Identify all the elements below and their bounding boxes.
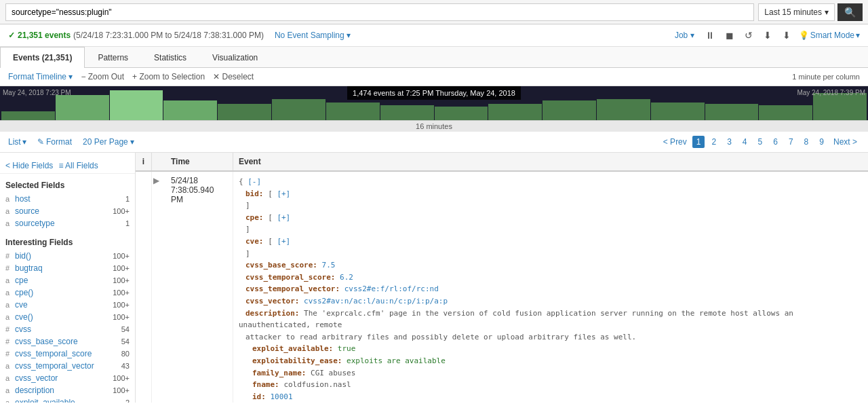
zoom-selection-btn[interactable]: + Zoom to Selection	[132, 72, 205, 81]
timeline-bar-14[interactable]	[759, 105, 812, 120]
field-count-description: 100+	[113, 386, 130, 394]
page-4[interactable]: 4	[738, 136, 751, 148]
field-count-cvss-vector: 100+	[113, 374, 130, 382]
field-count-cpe: 100+	[113, 276, 130, 284]
field-type-sourcetype: a	[5, 219, 12, 227]
per-page-button[interactable]: 20 Per Page ▾	[83, 137, 134, 147]
search-input[interactable]	[5, 3, 754, 21]
timeline-bar-7[interactable]	[380, 105, 434, 120]
search-button[interactable]: 🔍	[837, 3, 863, 21]
interesting-fields-title: Interesting Fields	[0, 235, 135, 250]
stop-button[interactable]: ◼	[723, 29, 736, 42]
field-cvss[interactable]: # cvss 54	[0, 323, 135, 335]
tab-events[interactable]: Events (21,351)	[0, 47, 85, 68]
save-button[interactable]: ⬇	[761, 29, 774, 42]
page-2[interactable]: 2	[707, 136, 720, 148]
field-name-host: host	[15, 194, 123, 204]
timeline-bar-6[interactable]	[326, 103, 380, 120]
field-sourcetype[interactable]: a sourcetype 1	[0, 217, 135, 229]
timeline-bar-13[interactable]	[705, 104, 759, 120]
format-timeline-link[interactable]: Format Timeline ▾	[8, 72, 73, 81]
page-5[interactable]: 5	[754, 136, 767, 148]
row-expand-button[interactable]: ▶	[152, 172, 165, 403]
field-exploit-available[interactable]: a exploit_available 2	[0, 396, 135, 403]
timeline-bar-0[interactable]	[1, 111, 55, 120]
timeline-bar-12[interactable]	[651, 103, 705, 120]
timeline-bar-4[interactable]	[218, 104, 271, 120]
field-cve[interactable]: a cve 100+	[0, 299, 135, 311]
field-bugtraq[interactable]: # bugtraq 100+	[0, 262, 135, 274]
timeline-bar-10[interactable]	[542, 100, 596, 120]
export-button[interactable]: ⬇	[780, 29, 793, 42]
time-picker[interactable]: Last 15 minutes ▾	[758, 3, 835, 21]
timeline-bar-2[interactable]	[110, 90, 163, 120]
format-button[interactable]: ✎ Format	[37, 137, 72, 147]
row-time: 5/24/18 7:38:05.940 PM	[165, 172, 233, 403]
field-count-cvss-temporal-vector: 43	[121, 362, 130, 370]
page-1[interactable]: 1	[692, 136, 705, 148]
field-cve-func[interactable]: a cve() 100+	[0, 311, 135, 323]
field-name-cvss-temporal-vector: cvss_temporal_vector	[15, 361, 119, 371]
field-description[interactable]: a description 100+	[0, 384, 135, 396]
timeline-label-right: May 24, 2018 7:39 PM	[797, 89, 865, 96]
timeline-area: May 24, 2018 7:23 PM May 24, 2018 7:39 P…	[0, 86, 868, 132]
tab-statistics[interactable]: Statistics	[141, 47, 199, 68]
col-time-header: Time	[165, 153, 233, 170]
tab-visualization[interactable]: Visualization	[199, 47, 271, 68]
zoom-out-btn[interactable]: − Zoom Out	[81, 72, 124, 81]
field-cvss-vector[interactable]: a cvss_vector 100+	[0, 372, 135, 384]
field-bid[interactable]: # bid() 100+	[0, 250, 135, 262]
field-name-bugtraq: bugtraq	[15, 263, 110, 273]
timeline-bar-3[interactable]	[163, 100, 217, 120]
page-7[interactable]: 7	[785, 136, 797, 148]
field-cpe[interactable]: a cpe 100+	[0, 274, 135, 286]
field-count-cvss: 54	[121, 325, 130, 333]
time-picker-chevron: ▾	[825, 7, 829, 17]
all-fields-button[interactable]: ≡ All Fields	[58, 161, 98, 170]
smart-mode-button[interactable]: 💡 Smart Mode ▾	[799, 31, 860, 40]
event-count: 21,351 events	[18, 31, 71, 40]
field-count-bugtraq: 100+	[113, 264, 130, 272]
next-button[interactable]: Next >	[831, 136, 860, 148]
deselect-btn[interactable]: ✕ Deselect	[213, 72, 254, 81]
field-name-cvss-vector: cvss_vector	[15, 373, 110, 383]
field-name-bid: bid()	[15, 251, 110, 261]
refresh-button[interactable]: ↺	[742, 29, 755, 42]
list-controls: List ▾ ✎ Format 20 Per Page ▾ < Prev 1 2…	[0, 132, 868, 153]
events-table: i Time Event ▶ 5/24/18 7:38:05.940 PM { …	[136, 153, 868, 403]
field-cvss-temporal[interactable]: # cvss_temporal_score 80	[0, 348, 135, 360]
timeline-bar-8[interactable]	[435, 107, 488, 120]
hide-fields-button[interactable]: < Hide Fields	[5, 161, 53, 170]
field-count-cvss-temporal: 80	[121, 350, 130, 358]
field-source[interactable]: a source 100+	[0, 205, 135, 217]
per-column-label: 1 minute per column	[792, 73, 860, 81]
no-sampling-link[interactable]: No Event Sampling ▾	[275, 31, 351, 40]
time-picker-label: Last 15 minutes	[764, 7, 822, 17]
timeline-bar-11[interactable]	[597, 99, 650, 120]
page-8[interactable]: 8	[800, 136, 813, 148]
timeline-bar-5[interactable]	[272, 99, 326, 120]
field-type-source: a	[5, 207, 12, 215]
field-count-cve-func: 100+	[113, 313, 130, 321]
list-button[interactable]: List ▾	[8, 137, 26, 147]
page-3[interactable]: 3	[723, 136, 736, 148]
row-event-content: { [-] bid: [ [+] ] cpe: [ [+] ] cve: [ […	[233, 172, 868, 403]
field-host[interactable]: a host 1	[0, 193, 135, 205]
field-name-cvss-temporal: cvss_temporal_score	[15, 349, 119, 358]
timeline-bar-9[interactable]	[488, 104, 542, 120]
field-count-exploit-available: 2	[125, 398, 130, 403]
prev-button[interactable]: < Prev	[660, 136, 690, 148]
field-cpe-func[interactable]: a cpe() 100+	[0, 286, 135, 299]
selected-fields-title: Selected Fields	[0, 178, 135, 193]
field-cvss-temporal-vector[interactable]: a cvss_temporal_vector 43	[0, 360, 135, 372]
sidebar-header: < Hide Fields ≡ All Fields	[0, 158, 135, 174]
job-button[interactable]: Job ▾	[672, 29, 697, 41]
timeline-bar-15[interactable]	[813, 93, 867, 120]
field-cvss-base[interactable]: # cvss_base_score 54	[0, 335, 135, 348]
page-6[interactable]: 6	[769, 136, 782, 148]
page-9[interactable]: 9	[815, 136, 828, 148]
timeline-bar-1[interactable]	[56, 95, 109, 120]
timeline-chart[interactable]: May 24, 2018 7:23 PM May 24, 2018 7:39 P…	[0, 86, 868, 120]
pause-button[interactable]: ⏸	[703, 29, 717, 42]
tab-patterns[interactable]: Patterns	[85, 47, 141, 68]
